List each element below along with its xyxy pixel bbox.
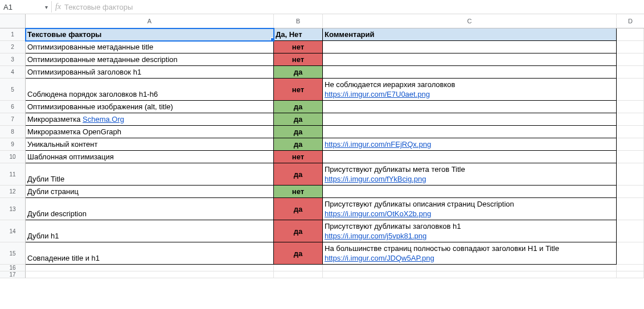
cell-comment[interactable] — [323, 41, 617, 53]
cell-text-a[interactable]: Шаблонная оптимизация — [26, 151, 274, 163]
row-number[interactable]: 4 — [0, 66, 26, 79]
cell-link[interactable]: https://i.imgur.com/fYkBcig.png — [325, 175, 426, 183]
cell-empty-d[interactable] — [617, 186, 644, 198]
column-header-a[interactable]: A — [26, 14, 274, 28]
cell-empty-d[interactable] — [617, 66, 644, 79]
cell-comment[interactable] — [323, 126, 617, 138]
cell-link[interactable]: Schema.Org — [83, 115, 124, 123]
cell-header-a[interactable]: Текстовые факторы — [26, 28, 274, 41]
cell-empty-d[interactable] — [617, 101, 644, 113]
cell-yes-no[interactable]: да — [274, 126, 323, 138]
cell-text-a[interactable]: Дубли страниц — [26, 186, 274, 198]
cell-yes-no[interactable]: да — [274, 220, 323, 242]
row-number[interactable]: 13 — [0, 198, 26, 220]
cell-header-b[interactable]: Да, Нет — [274, 28, 323, 41]
cell-comment[interactable] — [323, 151, 617, 163]
cell-yes-no[interactable]: нет — [274, 41, 323, 53]
cell-comment[interactable]: Не соблюдается иерархия заголовковhttps:… — [323, 79, 617, 101]
select-all-corner[interactable] — [0, 14, 26, 28]
row-number[interactable]: 3 — [0, 53, 26, 66]
row-number[interactable]: 9 — [0, 138, 26, 151]
cell-yes-no[interactable]: да — [274, 113, 323, 126]
row-number[interactable]: 7 — [0, 113, 26, 126]
cell-link[interactable]: https://i.imgur.com/j5vpk81.png — [325, 232, 426, 240]
row-number[interactable]: 5 — [0, 79, 26, 101]
row-number[interactable]: 8 — [0, 126, 26, 138]
cell-comment[interactable]: На большинстве страниц полностью совпада… — [323, 242, 617, 265]
cell-empty[interactable] — [26, 271, 274, 278]
cell-link[interactable]: https://i.imgur.com/nFEjRQx.png — [325, 140, 431, 149]
cell-text-a[interactable]: Дубли Title — [26, 163, 274, 186]
cell-empty-d[interactable] — [617, 151, 644, 163]
cell-yes-no[interactable]: да — [274, 101, 323, 113]
cell-empty[interactable] — [274, 271, 323, 278]
cell-empty-d[interactable] — [617, 79, 644, 101]
cell-empty-d[interactable] — [617, 138, 644, 151]
row-number[interactable]: 14 — [0, 220, 26, 242]
cell-comment[interactable] — [323, 186, 617, 198]
cell-empty[interactable] — [617, 265, 644, 271]
cell-empty-d[interactable] — [617, 242, 644, 265]
cell-empty-d[interactable] — [617, 220, 644, 242]
cell-yes-no[interactable]: нет — [274, 186, 323, 198]
cell-yes-no[interactable]: да — [274, 198, 323, 220]
cell-header-c[interactable]: Комментарий — [323, 28, 617, 41]
column-header-c[interactable]: C — [323, 14, 617, 28]
cell-text-a[interactable]: Оптимизированные метаданные description — [26, 53, 274, 66]
row-number[interactable]: 16 — [0, 265, 26, 271]
cell-empty-d[interactable] — [617, 53, 644, 66]
row-number[interactable]: 6 — [0, 101, 26, 113]
cell-text-a[interactable]: Совпадение title и h1 — [26, 242, 274, 265]
row-number[interactable]: 2 — [0, 41, 26, 53]
row-number[interactable]: 17 — [0, 271, 26, 278]
cell-empty[interactable] — [323, 265, 617, 271]
cell-yes-no[interactable]: да — [274, 66, 323, 79]
cell-comment[interactable]: Присутствуют дубликаты мета тегов Titleh… — [323, 163, 617, 186]
row-number[interactable]: 1 — [0, 28, 26, 41]
cell-empty-d[interactable] — [617, 163, 644, 186]
cell-empty-d[interactable] — [617, 126, 644, 138]
row-number[interactable]: 11 — [0, 163, 26, 186]
cell-yes-no[interactable]: да — [274, 163, 323, 186]
cell-empty[interactable] — [274, 265, 323, 271]
row-number[interactable]: 12 — [0, 186, 26, 198]
cell-link[interactable]: https://i.imgur.com/E7U0aet.png — [325, 90, 430, 98]
cell-empty-d[interactable] — [617, 28, 644, 41]
cell-empty[interactable] — [617, 271, 644, 278]
row-number[interactable]: 10 — [0, 151, 26, 163]
cell-empty[interactable] — [323, 271, 617, 278]
cell-yes-no[interactable]: да — [274, 138, 323, 151]
cell-text-a[interactable]: Соблюдена порядок заголовков h1-h6 — [26, 79, 274, 101]
cell-empty[interactable] — [26, 265, 274, 271]
cell-yes-no[interactable]: нет — [274, 79, 323, 101]
cell-text-a[interactable]: Оптимизированный заголовок h1 — [26, 66, 274, 79]
cell-text-a[interactable]: Оптимизированные изображения (alt, title… — [26, 101, 274, 113]
formula-input[interactable]: Текстовые факторы — [64, 3, 133, 11]
cell-yes-no[interactable]: нет — [274, 151, 323, 163]
cell-comment[interactable]: Присутствуют дубликаты описания страниц … — [323, 198, 617, 220]
name-box-dropdown-icon[interactable]: ▾ — [41, 4, 51, 10]
cell-yes-no[interactable]: да — [274, 242, 323, 265]
cell-yes-no[interactable]: нет — [274, 53, 323, 66]
cell-text-a[interactable]: Дубли h1 — [26, 220, 274, 242]
cell-comment[interactable] — [323, 113, 617, 126]
cell-link[interactable]: https://i.imgur.com/JDQw5AP.png — [325, 254, 434, 262]
column-header-b[interactable]: B — [274, 14, 323, 28]
row-number[interactable]: 15 — [0, 242, 26, 265]
cell-text-a[interactable]: Микроразметка OpenGraph — [26, 126, 274, 138]
cell-comment[interactable] — [323, 66, 617, 79]
cell-empty-d[interactable] — [617, 198, 644, 220]
cell-link[interactable]: https://i.imgur.com/OtKoX2b.png — [325, 209, 431, 218]
cell-comment[interactable] — [323, 101, 617, 113]
cell-empty-d[interactable] — [617, 41, 644, 53]
cell-text-a[interactable]: Оптимизированные метаданные title — [26, 41, 274, 53]
cell-text-a[interactable]: Уникальный контент — [26, 138, 274, 151]
cell-comment[interactable]: Присутствуют дубликаты заголовков h1http… — [323, 220, 617, 242]
cell-comment[interactable] — [323, 53, 617, 66]
cell-comment[interactable]: https://i.imgur.com/nFEjRQx.png — [323, 138, 617, 151]
cell-empty-d[interactable] — [617, 113, 644, 126]
column-header-d[interactable]: D — [617, 14, 644, 28]
name-box[interactable]: A1 — [0, 3, 41, 11]
cell-text-a[interactable]: Дубли description — [26, 198, 274, 220]
cell-text-a[interactable]: Микроразметка Schema.Org — [26, 113, 274, 126]
